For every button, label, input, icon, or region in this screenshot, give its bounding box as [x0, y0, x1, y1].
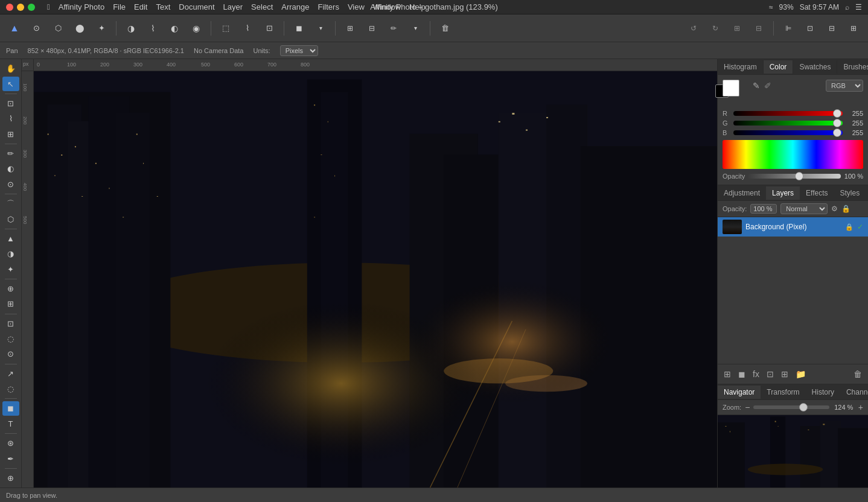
filters-menu[interactable]: Filters — [318, 2, 339, 11]
paint-brush-tool[interactable]: ✏ — [2, 147, 19, 160]
tab-transform[interactable]: Transform — [761, 386, 805, 399]
color-balance-btn[interactable]: ◐ — [165, 19, 184, 38]
align-btn[interactable]: ⊟ — [749, 19, 768, 38]
tab-histogram[interactable]: Histogram — [718, 60, 764, 74]
arrange-menu[interactable]: Arrange — [281, 2, 309, 11]
zoom-out-btn[interactable]: − — [745, 402, 750, 412]
polygon-tool[interactable]: ⬡ — [2, 212, 19, 226]
blur-tool[interactable]: ◌ — [2, 382, 19, 396]
close-button[interactable] — [6, 4, 13, 11]
tab-channels[interactable]: Channels — [840, 386, 868, 399]
edit-menu[interactable]: Edit — [134, 2, 147, 11]
tab-navigator[interactable]: Navigator — [718, 386, 761, 399]
transform-sel-btn[interactable]: ⊡ — [260, 19, 279, 38]
duplicate-layer-btn[interactable]: ⊞ — [780, 368, 790, 380]
develop-persona-btn[interactable]: ⊙ — [27, 19, 46, 38]
zoom-thumb[interactable] — [799, 403, 808, 411]
delete-layer-btn[interactable]: 🗑 — [852, 368, 863, 380]
add-mask-btn[interactable]: ⊡ — [765, 368, 775, 380]
move-tool[interactable]: ↖ — [2, 77, 19, 91]
tab-styles[interactable]: Styles — [834, 186, 866, 200]
tab-adjustment[interactable]: Adjustment — [718, 186, 766, 200]
blend-mode-select[interactable]: Normal Multiply Screen Overlay — [780, 203, 828, 214]
color-picker-tool[interactable]: ✦ — [2, 262, 19, 276]
panel-left-btn[interactable]: ⊫ — [779, 19, 798, 38]
layer-dropdown-btn[interactable]: ▾ — [311, 19, 330, 38]
freehand-sel-btn[interactable]: ⌇ — [238, 19, 257, 38]
canvas-area[interactable]: px 0 100 200 300 400 500 600 700 800 100… — [22, 59, 717, 488]
panel-right-btn[interactable]: ⊟ — [822, 19, 841, 38]
notification-icon[interactable]: ☰ — [855, 3, 862, 11]
liquify-persona-btn[interactable]: ✦ — [92, 19, 111, 38]
grid-btn[interactable]: ⊞ — [340, 19, 360, 38]
text-menu[interactable]: Text — [156, 2, 170, 11]
redo-btn[interactable]: ↻ — [706, 19, 725, 38]
export-persona-btn[interactable]: ⬤ — [70, 19, 89, 38]
add-folder-btn[interactable]: 📁 — [794, 368, 807, 380]
fill-tool[interactable]: ▲ — [2, 232, 19, 246]
pen-tool[interactable]: ✒ — [2, 451, 19, 465]
tab-layers[interactable]: Layers — [766, 186, 800, 200]
minimize-button[interactable] — [17, 4, 24, 11]
zoom-tool[interactable]: ⊕ — [2, 282, 19, 296]
document-menu[interactable]: Document — [179, 2, 214, 11]
snapping-btn[interactable]: ⊟ — [362, 19, 381, 38]
rectangle-tool[interactable]: ◼ — [2, 401, 19, 415]
straighten-tool[interactable]: ⌇ — [2, 112, 19, 126]
lasso-tool[interactable]: ⌒ — [2, 197, 19, 211]
layer-item-background[interactable]: Background (Pixel) 🔒 ✓ — [718, 217, 868, 237]
color-mode-select[interactable]: RGB CMYK HSL — [826, 80, 863, 92]
zoom-in-btn[interactable]: + — [858, 402, 863, 412]
layer-lock-btn[interactable]: 🔒 — [841, 205, 850, 213]
transform-tool[interactable]: ⊞ — [2, 127, 19, 141]
dodge-burn-tool[interactable]: ◐ — [2, 162, 19, 176]
color-wheel-btn[interactable]: ◑ — [121, 19, 141, 38]
app-name-menu[interactable]: Affinity Photo — [59, 2, 104, 11]
view-tool[interactable]: ⊞ — [2, 297, 19, 311]
add-pixel-layer-btn[interactable]: ⊞ — [723, 368, 732, 380]
units-select[interactable]: Pixels Inches cm — [280, 45, 318, 56]
apple-menu[interactable]:  — [47, 2, 50, 11]
fullscreen-button[interactable] — [28, 4, 35, 11]
search-icon[interactable]: ⌕ — [845, 3, 849, 11]
add-adjustment-btn[interactable]: fx — [752, 368, 761, 380]
tab-stock[interactable]: Stock — [866, 186, 868, 200]
zoom-slider[interactable] — [753, 405, 829, 409]
brush-dropdown-arrow[interactable]: ▾ — [406, 19, 425, 38]
view-menu[interactable]: View — [348, 2, 365, 11]
tab-brushes[interactable]: Brushes — [837, 60, 868, 74]
b-thumb[interactable] — [833, 129, 841, 137]
red-eye-tool[interactable]: ⊙ — [2, 347, 19, 361]
crop-tool[interactable]: ⊡ — [2, 97, 19, 110]
magnify-tool[interactable]: ⊕ — [2, 471, 19, 485]
smudge-tool[interactable]: ↗ — [2, 367, 19, 381]
g-thumb[interactable] — [833, 119, 841, 127]
tab-color[interactable]: Color — [764, 60, 794, 74]
pixel-persona-btn[interactable]: ⬡ — [48, 19, 68, 38]
selection-brush-tool[interactable]: ⊙ — [2, 177, 19, 191]
healing-tool[interactable]: ◌ — [2, 332, 19, 346]
layer-settings-btn[interactable]: ⚙ — [831, 205, 838, 213]
curves-btn[interactable]: ⌇ — [143, 19, 162, 38]
r-thumb[interactable] — [833, 109, 841, 118]
g-slider[interactable] — [733, 121, 843, 126]
undo-btn[interactable]: ↺ — [684, 19, 703, 38]
arrange-r-btn[interactable]: ⊞ — [727, 19, 747, 38]
hand-tool[interactable]: ✋ — [2, 62, 19, 75]
file-menu[interactable]: File — [113, 2, 126, 11]
tab-effects[interactable]: Effects — [800, 186, 834, 200]
panel-mid-btn[interactable]: ⊡ — [800, 19, 820, 38]
clone-tool[interactable]: ⊡ — [2, 316, 19, 330]
shapes-tool[interactable]: ⊛ — [2, 436, 19, 450]
foreground-color-swatch[interactable] — [723, 80, 739, 97]
eyedropper-2-icon[interactable]: ✐ — [764, 81, 771, 91]
affinity-logo-btn[interactable]: ▲ — [5, 19, 24, 38]
brush-dropdown-btn[interactable]: ✏ — [384, 19, 403, 38]
gradient-tool[interactable]: ◑ — [2, 247, 19, 261]
text-tool[interactable]: T — [2, 417, 19, 431]
layer-menu[interactable]: Layer — [223, 2, 243, 11]
tab-swatches[interactable]: Swatches — [793, 60, 837, 74]
r-slider[interactable] — [733, 111, 843, 116]
canvas-image[interactable] — [34, 71, 717, 488]
vignette-btn[interactable]: ◉ — [187, 19, 206, 38]
